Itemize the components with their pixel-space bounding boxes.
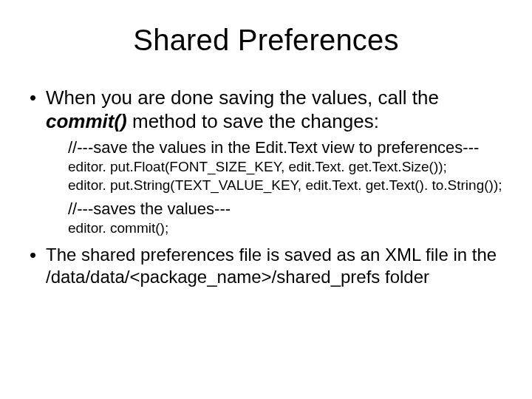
code-block-1: //---save the values in the Edit.Text vi… xyxy=(68,137,505,194)
bullet-item-1: When you are done saving the values, cal… xyxy=(27,86,505,238)
bullet-list: When you are done saving the values, cal… xyxy=(27,86,505,288)
code1-line1: editor. put.Float(FONT_SIZE_KEY, edit.Te… xyxy=(68,158,505,177)
bullet-1-post: method to save the changes: xyxy=(127,110,379,132)
bullet-2-text: The shared preferences file is saved as … xyxy=(46,244,505,288)
code-block-2: //---saves the values--- editor. commit(… xyxy=(68,199,505,237)
bullet-1-text: When you are done saving the values, cal… xyxy=(46,86,505,133)
code2-comment: //---saves the values--- xyxy=(68,199,505,219)
code2-line1: editor. commit(); xyxy=(68,219,505,238)
code1-comment: //---save the values in the Edit.Text vi… xyxy=(68,137,505,158)
bullet-item-2: The shared preferences file is saved as … xyxy=(27,244,505,288)
slide-title: Shared Preferences xyxy=(27,24,505,57)
slide: Shared Preferences When you are done sav… xyxy=(0,0,532,399)
code1-line2: editor. put.String(TEXT_VALUE_KEY, edit.… xyxy=(68,177,505,195)
bullet-1-pre: When you are done saving the values, cal… xyxy=(46,86,439,109)
bullet-1-bold: commit() xyxy=(46,110,127,132)
